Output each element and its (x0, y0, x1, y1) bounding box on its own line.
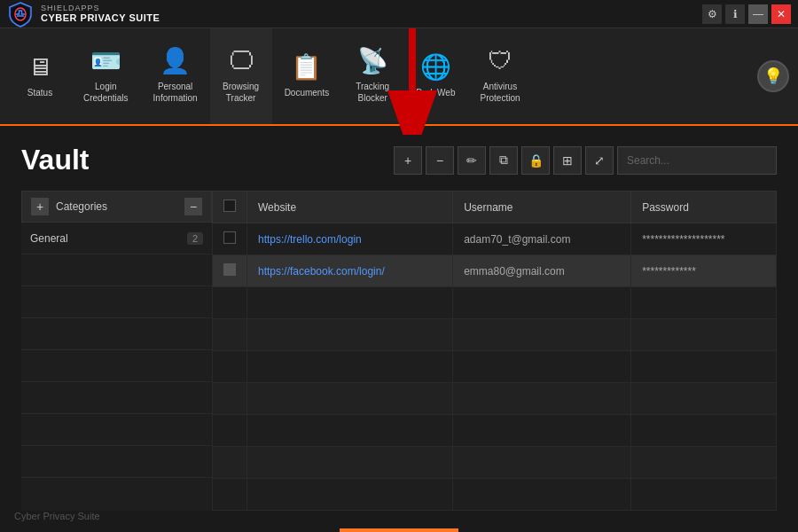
app-name-top: ShieldApps (41, 4, 160, 13)
table-row (213, 447, 777, 479)
vault-title: Vault (21, 144, 89, 176)
category-empty-6 (21, 414, 212, 446)
empty-cell (213, 319, 247, 351)
category-empty-3 (21, 318, 212, 350)
lock-entry-button[interactable]: 🔒 (521, 146, 550, 175)
remove-entry-button[interactable]: − (426, 146, 454, 175)
main-content: Vault + − ✏ ⧉ 🔒 ⊞ ⤢ + Categories − Gener… (0, 126, 798, 532)
categories-header: + Categories − (21, 191, 212, 223)
empty-cell (213, 383, 247, 415)
vault-table-wrapper: + Categories − General 2 (21, 191, 777, 511)
settings-button[interactable]: ⚙ (702, 4, 722, 24)
nav-bar: 🖥 Status 🪪 LoginCredentials 👤 PersonalIn… (0, 28, 798, 126)
row2-website: https://facebook.com/login/ (247, 255, 453, 287)
empty-cell (213, 447, 247, 479)
close-button[interactable]: ✕ (771, 4, 791, 24)
table-row (213, 319, 777, 351)
nav-label-login: LoginCredentials (83, 81, 129, 104)
app-name-bottom: Cyber Privacy Suite (41, 12, 160, 23)
edit-entry-button[interactable]: ✏ (458, 146, 486, 175)
category-count-general: 2 (187, 232, 203, 245)
row2-username: emma80@gmail.com (453, 255, 631, 287)
table-row (213, 287, 777, 319)
darkweb-icon: 🌐 (420, 55, 451, 80)
col-header-username: Username (453, 192, 631, 223)
check-entry-button[interactable]: ⊞ (553, 146, 582, 175)
category-name-general: General (30, 232, 68, 245)
info-button[interactable]: ℹ (725, 4, 745, 24)
status-icon: 🖥 (27, 55, 52, 80)
row2-password: ************* (631, 255, 777, 287)
table-row (213, 479, 777, 511)
nav-label-tracking: TrackingBlocker (356, 81, 389, 104)
antivirus-icon: 🛡 (488, 49, 512, 74)
nav-label-browsing: BrowsingTracker (223, 81, 259, 104)
nav-item-browsing-tracker[interactable]: 🖵 BrowsingTracker (210, 28, 272, 124)
row1-username: adam70_t@gmail.com (453, 223, 631, 255)
category-empty-4 (21, 350, 212, 382)
category-empty-2 (21, 286, 212, 318)
footer: Cyber Privacy Suite (14, 511, 100, 521)
table-row (213, 415, 777, 447)
nav-item-antivirus[interactable]: 🛡 AntivirusProtection (467, 28, 532, 124)
nav-label-darkweb: Dark Web (416, 87, 455, 98)
tracking-icon: 📡 (357, 49, 388, 74)
documents-icon: 📋 (291, 55, 322, 80)
row1-checkbox[interactable] (223, 231, 236, 244)
categories-header-controls: + Categories (31, 198, 107, 215)
remove-category-button[interactable]: − (184, 198, 202, 215)
table-row (213, 351, 777, 383)
row1-password: ******************** (631, 223, 777, 255)
categories-panel: + Categories − General 2 (21, 191, 212, 511)
minimize-button[interactable]: — (748, 4, 768, 24)
table-row[interactable]: https://trello.com/login adam70_t@gmail.… (213, 223, 777, 255)
empty-cell (213, 351, 247, 383)
row1-website: https://trello.com/login (247, 223, 453, 255)
empty-cell (213, 479, 247, 511)
nav-label-status: Status (27, 87, 52, 98)
category-empty-7 (21, 446, 212, 478)
nav-item-status[interactable]: 🖥 Status (9, 28, 71, 124)
vault-header: Vault + − ✏ ⧉ 🔒 ⊞ ⤢ (21, 144, 777, 176)
add-category-button[interactable]: + (31, 198, 49, 215)
lightbulb-button[interactable]: 💡 (757, 60, 789, 92)
empty-cell (213, 287, 247, 319)
nav-right: 💡 (757, 28, 789, 124)
table-row[interactable]: https://facebook.com/login/ emma80@gmail… (213, 255, 777, 287)
back-button[interactable]: Back (340, 528, 458, 532)
personal-icon: 👤 (160, 49, 191, 74)
categories-label: Categories (56, 200, 107, 213)
col-header-website: Website (247, 192, 453, 223)
nav-item-tracking-blocker[interactable]: 📡 TrackingBlocker (341, 28, 403, 124)
add-entry-button[interactable]: + (394, 146, 422, 175)
col-header-checkbox (213, 192, 247, 223)
vault-data-table: Website Username Password https://trello… (212, 191, 777, 511)
title-bar-controls: ⚙ ℹ — ✕ (702, 4, 791, 24)
nav-label-documents: Documents (285, 87, 330, 98)
footer-label: Cyber Privacy Suite (14, 511, 100, 521)
nav-label-antivirus: AntivirusProtection (480, 81, 520, 104)
title-bar-left: ShieldApps Cyber Privacy Suite (7, 1, 160, 27)
app-name: ShieldApps Cyber Privacy Suite (41, 4, 160, 24)
browsing-icon: 🖵 (229, 49, 254, 74)
header-checkbox[interactable] (223, 200, 236, 212)
table-row (213, 383, 777, 415)
title-bar: ShieldApps Cyber Privacy Suite ⚙ ℹ — ✕ (0, 0, 798, 28)
row2-checkbox[interactable] (223, 263, 236, 276)
category-empty-5 (21, 382, 212, 414)
nav-item-login-credentials[interactable]: 🪪 LoginCredentials (71, 28, 141, 124)
app-logo (7, 1, 34, 27)
empty-cell (213, 415, 247, 447)
nav-item-dark-web[interactable]: 🌐 Dark Web (403, 28, 467, 124)
copy-entry-button[interactable]: ⧉ (489, 146, 518, 175)
category-row-general[interactable]: General 2 (21, 223, 212, 254)
row2-checkbox-cell (213, 255, 247, 287)
col-header-password: Password (631, 192, 777, 223)
login-icon: 🪪 (90, 49, 121, 74)
back-section: Back (21, 511, 777, 532)
nav-item-personal-information[interactable]: 👤 PersonalInformation (141, 28, 210, 124)
export-entry-button[interactable]: ⤢ (585, 146, 614, 175)
nav-item-documents[interactable]: 📋 Documents (272, 28, 342, 124)
search-input[interactable] (617, 146, 777, 175)
category-empty-1 (21, 254, 212, 286)
